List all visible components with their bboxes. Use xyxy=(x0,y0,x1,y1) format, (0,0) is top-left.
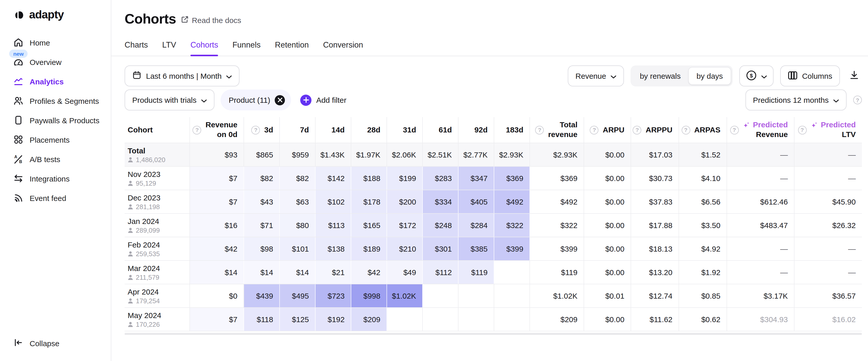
predicted-cell-pred_revenue: — xyxy=(727,167,795,190)
help-icon[interactable]: ? xyxy=(193,126,202,134)
tab-conversion[interactable]: Conversion xyxy=(323,40,363,56)
person-icon xyxy=(128,251,133,256)
predicted-cell-pred_revenue: — xyxy=(727,237,795,260)
sparkle-icon xyxy=(811,121,818,129)
column-header-label: 31d xyxy=(403,125,416,135)
summary-cell-total: $2.93K xyxy=(530,143,584,166)
value-cell: $2.06K xyxy=(387,143,423,166)
metric-dropdown[interactable]: Revenue xyxy=(568,65,624,86)
sidebar-item-placements[interactable]: Placements xyxy=(0,132,111,147)
sidebar-item-paywalls-products[interactable]: Paywalls & Products xyxy=(0,112,111,128)
value-cell: $283 xyxy=(423,167,459,190)
tab-funnels[interactable]: Funnels xyxy=(232,40,260,56)
sidebar-item-analytics[interactable]: Analytics xyxy=(0,74,111,89)
column-header-d14: 14d xyxy=(315,117,351,143)
value-cell: $248 xyxy=(423,214,459,237)
tab-ltv[interactable]: LTV xyxy=(162,40,176,56)
column-header-cohort: Cohort xyxy=(125,117,190,143)
product-filter-chip[interactable]: Product (11) xyxy=(221,89,291,110)
predicted-cell-pred_revenue: $3.17K xyxy=(727,284,795,307)
currency-dropdown[interactable]: $ xyxy=(739,65,774,86)
predictions-help-icon[interactable]: ? xyxy=(853,95,862,104)
sidebar-item-home[interactable]: Home xyxy=(0,35,111,50)
value-cell: $301 xyxy=(423,237,459,260)
cohort-name: May 2024 xyxy=(128,311,161,319)
person-icon xyxy=(128,298,133,303)
svg-text:A: A xyxy=(14,155,18,159)
sidebar-item-overview[interactable]: newOverview xyxy=(0,54,111,70)
date-range-button[interactable]: Last 6 months | Month xyxy=(125,65,240,86)
sidebar-item-event-feed[interactable]: Event feed xyxy=(0,190,111,205)
columns-icon xyxy=(788,71,798,81)
value-cell: $2.51K xyxy=(423,143,459,166)
sidebar-item-integrations[interactable]: Integrations xyxy=(0,171,111,186)
svg-text:B: B xyxy=(19,160,22,164)
value-cell: $172 xyxy=(387,214,423,237)
cohort-cell: Apr 2024179,254 xyxy=(125,284,190,307)
value-cell: $125 xyxy=(280,308,315,331)
table-row: Jan 2024289,099$16$71$80$113$165$172$248… xyxy=(125,214,862,237)
help-icon[interactable]: ? xyxy=(590,126,599,134)
value-cell: $322 xyxy=(494,214,530,237)
value-cell: $188 xyxy=(351,167,387,190)
filter-right-group: Revenue by renewalsby days $ xyxy=(568,65,862,86)
person-icon xyxy=(128,274,133,280)
chip-close-icon[interactable] xyxy=(275,95,285,105)
column-header-label: Cohort xyxy=(128,125,153,135)
predicted-cell-pred_revenue: — xyxy=(727,261,795,284)
columns-button[interactable]: Columns xyxy=(780,65,840,86)
add-filter-button[interactable]: Add filter xyxy=(301,94,346,106)
value-cell xyxy=(494,284,530,307)
column-header-rev0d: ?Revenueon 0d xyxy=(190,117,244,143)
main-content: Cohorts Read the docs ChartsLTVCohortsFu… xyxy=(111,0,868,361)
value-cell: $178 xyxy=(351,190,387,213)
summary-cell-total: $492 xyxy=(530,190,584,213)
help-icon[interactable]: ? xyxy=(633,126,642,134)
horizontal-scrollbar[interactable] xyxy=(125,333,862,335)
value-cell xyxy=(459,284,494,307)
sidebar-item-profiles-segments[interactable]: Profiles & Segments xyxy=(0,93,111,108)
predicted-cell-pred_ltv: — xyxy=(795,261,862,284)
sidebar-item-a-b-tests[interactable]: ABA/B tests xyxy=(0,151,111,167)
metric-label: Revenue xyxy=(576,72,606,80)
cohort-name: Total xyxy=(128,146,145,155)
filter-row-secondary: Products with trials Product (11) Add fi… xyxy=(125,89,862,110)
tab-charts[interactable]: Charts xyxy=(125,40,148,56)
predicted-cell-pred_revenue: $304.93 xyxy=(727,308,795,331)
value-cell: $102 xyxy=(315,190,351,213)
column-header-d28: 28d xyxy=(351,117,387,143)
smartphone-icon xyxy=(13,115,24,125)
tab-retention[interactable]: Retention xyxy=(275,40,309,56)
value-cell: $82 xyxy=(280,167,315,190)
summary-cell-arpu: $0.00 xyxy=(584,237,631,260)
summary-cell-arpas: $1.92 xyxy=(679,261,727,284)
help-icon[interactable]: ? xyxy=(730,126,739,134)
app-window: adapty HomenewOverviewAnalyticsProfiles … xyxy=(0,0,868,361)
chevron-down-icon xyxy=(201,95,207,104)
toggle-option-by-renewals[interactable]: by renewals xyxy=(632,67,688,85)
help-icon[interactable]: ? xyxy=(251,126,260,134)
download-button[interactable] xyxy=(846,65,862,86)
toggle-option-by-days[interactable]: by days xyxy=(688,67,731,85)
help-icon[interactable]: ? xyxy=(681,126,690,134)
title-row: Cohorts Read the docs xyxy=(125,11,862,27)
collapse-button[interactable]: Collapse xyxy=(0,335,111,351)
gauge-icon xyxy=(13,57,24,67)
value-cell: $199 xyxy=(387,167,423,190)
predictions-dropdown[interactable]: Predictions 12 months xyxy=(745,89,846,110)
products-dropdown[interactable]: Products with trials xyxy=(125,89,214,110)
logo-text: adapty xyxy=(29,8,64,22)
summary-cell-arpu: $0.00 xyxy=(584,308,631,331)
read-docs-link[interactable]: Read the docs xyxy=(181,15,241,25)
help-icon[interactable]: ? xyxy=(535,126,544,134)
filter-row-primary: Last 6 months | Month Revenue by renewal… xyxy=(125,65,862,86)
value-cell: $200 xyxy=(387,190,423,213)
date-range-label: Last 6 months | Month xyxy=(146,72,222,80)
tab-cohorts[interactable]: Cohorts xyxy=(190,40,218,56)
adapty-logo[interactable]: adapty xyxy=(0,6,111,24)
column-header-d7: 7d xyxy=(280,117,315,143)
table-row: Feb 2024259,535$42$98$101$138$189$210$30… xyxy=(125,237,862,261)
value-cell xyxy=(387,308,423,331)
help-icon[interactable]: ? xyxy=(798,126,806,134)
cohort-users-count: 281,198 xyxy=(128,203,160,211)
